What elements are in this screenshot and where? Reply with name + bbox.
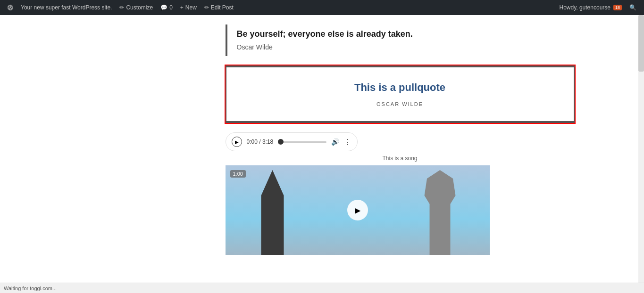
howdy-user[interactable]: Howdy, gutencourse 18 xyxy=(555,0,626,15)
comments-link[interactable]: 💬 0 xyxy=(157,0,176,15)
new-content-link[interactable]: + New xyxy=(176,0,201,15)
blockquote-author: Oscar Wilde xyxy=(237,43,273,51)
status-text: Waiting for toggl.com... xyxy=(4,285,57,291)
edit-post-link[interactable]: ✏ Edit Post xyxy=(201,0,237,15)
pullquote-author: OSCAR WILDE xyxy=(245,101,555,107)
edit-icon: ✏ xyxy=(204,4,209,11)
new-label: New xyxy=(185,4,197,11)
pullquote-block[interactable]: This is a pullquote OSCAR WILDE xyxy=(226,65,575,123)
pullquote-text: This is a pullquote xyxy=(245,81,555,94)
audio-more-button[interactable]: ⋮ xyxy=(344,138,351,146)
video-duration-badge: 1:00 xyxy=(230,170,246,178)
audio-caption: This is a song xyxy=(226,155,575,162)
audio-progress-thumb xyxy=(278,139,284,145)
audio-time: 0:00 / 3:18 xyxy=(247,138,274,145)
main-content: Be yourself; everyone else is already ta… xyxy=(0,15,644,293)
video-block[interactable]: 1:00 ▶ xyxy=(226,165,490,255)
adminbar-right: Howdy, gutencourse 18 🔍 xyxy=(555,0,640,15)
wp-logo[interactable] xyxy=(4,0,17,15)
audio-total-time: 3:18 xyxy=(262,138,273,145)
video-play-button[interactable]: ▶ xyxy=(347,200,368,220)
search-icon: 🔍 xyxy=(629,4,636,11)
site-name-text: Your new super fast WordPress site. xyxy=(21,4,112,11)
search-button[interactable]: 🔍 xyxy=(626,0,640,15)
blockquote-block: Be yourself; everyone else is already ta… xyxy=(226,24,575,56)
audio-player[interactable]: ▶ 0:00 / 3:18 🔊 ⋮ xyxy=(226,132,358,151)
notification-badge: 18 xyxy=(613,5,622,10)
scrollbar-thumb[interactable] xyxy=(638,15,644,72)
comment-icon: 💬 xyxy=(160,4,167,11)
edit-post-label: Edit Post xyxy=(211,4,234,11)
audio-current-time: 0:00 xyxy=(247,138,258,145)
admin-bar: Your new super fast WordPress site. ✏ Cu… xyxy=(0,0,644,15)
site-name-link[interactable]: Your new super fast WordPress site. xyxy=(17,0,116,15)
audio-progress-bar[interactable] xyxy=(278,141,326,143)
content-area: Be yourself; everyone else is already ta… xyxy=(226,15,575,293)
comment-count: 0 xyxy=(169,4,173,11)
blockquote-text: Be yourself; everyone else is already ta… xyxy=(237,29,565,39)
customize-link[interactable]: ✏ Customize xyxy=(116,0,157,15)
scrollbar[interactable] xyxy=(638,15,644,293)
audio-separator: / xyxy=(259,138,262,145)
audio-play-button[interactable]: ▶ xyxy=(232,137,242,147)
tower-shape xyxy=(254,170,292,255)
howdy-text: Howdy, gutencourse xyxy=(559,4,611,11)
status-bar: Waiting for toggl.com... xyxy=(0,283,644,293)
statue-shape xyxy=(414,170,466,255)
customize-icon: ✏ xyxy=(119,4,124,11)
customize-label: Customize xyxy=(126,4,153,11)
plus-icon: + xyxy=(180,4,184,11)
audio-volume-button[interactable]: 🔊 xyxy=(331,138,339,146)
